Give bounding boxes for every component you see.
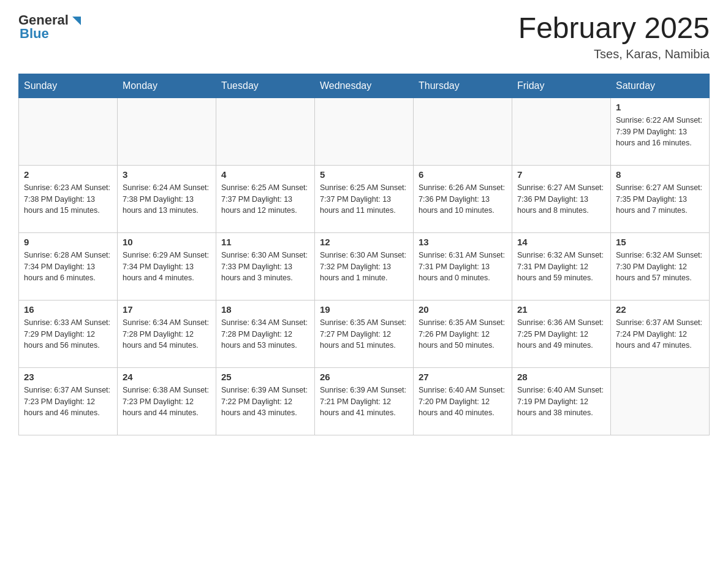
- day-info: Sunrise: 6:30 AM Sunset: 7:32 PM Dayligh…: [320, 250, 408, 284]
- day-number: 26: [320, 372, 408, 382]
- day-number: 17: [123, 304, 211, 315]
- logo-triangle-icon: [70, 14, 83, 28]
- calendar-cell: [216, 98, 315, 165]
- day-info: Sunrise: 6:37 AM Sunset: 7:23 PM Dayligh…: [24, 385, 112, 419]
- day-info: Sunrise: 6:40 AM Sunset: 7:19 PM Dayligh…: [517, 385, 605, 419]
- day-number: 16: [24, 304, 112, 315]
- calendar-cell: 10Sunrise: 6:29 AM Sunset: 7:34 PM Dayli…: [118, 232, 216, 300]
- day-info: Sunrise: 6:34 AM Sunset: 7:28 PM Dayligh…: [123, 317, 211, 351]
- location-subtitle: Tses, Karas, Namibia: [518, 47, 710, 61]
- day-number: 10: [123, 237, 211, 247]
- day-info: Sunrise: 6:38 AM Sunset: 7:23 PM Dayligh…: [123, 385, 211, 419]
- day-info: Sunrise: 6:32 AM Sunset: 7:30 PM Dayligh…: [616, 250, 704, 284]
- calendar-cell: 1Sunrise: 6:22 AM Sunset: 7:39 PM Daylig…: [611, 98, 710, 165]
- calendar-cell: 23Sunrise: 6:37 AM Sunset: 7:23 PM Dayli…: [19, 367, 118, 435]
- logo: General Blue: [18, 12, 83, 42]
- day-info: Sunrise: 6:32 AM Sunset: 7:31 PM Dayligh…: [517, 250, 605, 284]
- day-number: 21: [517, 304, 605, 315]
- day-number: 8: [616, 169, 704, 180]
- day-info: Sunrise: 6:23 AM Sunset: 7:38 PM Dayligh…: [24, 182, 112, 216]
- svg-marker-0: [72, 17, 81, 25]
- day-of-week-header: Monday: [118, 74, 216, 98]
- calendar-cell: 5Sunrise: 6:25 AM Sunset: 7:37 PM Daylig…: [315, 165, 414, 232]
- day-info: Sunrise: 6:27 AM Sunset: 7:36 PM Dayligh…: [517, 182, 605, 216]
- calendar-cell: 11Sunrise: 6:30 AM Sunset: 7:33 PM Dayli…: [216, 232, 315, 300]
- calendar-cell: 13Sunrise: 6:31 AM Sunset: 7:31 PM Dayli…: [414, 232, 512, 300]
- calendar-cell: 7Sunrise: 6:27 AM Sunset: 7:36 PM Daylig…: [512, 165, 611, 232]
- calendar-cell: 17Sunrise: 6:34 AM Sunset: 7:28 PM Dayli…: [118, 300, 216, 367]
- day-number: 14: [517, 237, 605, 247]
- calendar-cell: 22Sunrise: 6:37 AM Sunset: 7:24 PM Dayli…: [611, 300, 710, 367]
- calendar-cell: 3Sunrise: 6:24 AM Sunset: 7:38 PM Daylig…: [118, 165, 216, 232]
- day-info: Sunrise: 6:28 AM Sunset: 7:34 PM Dayligh…: [24, 250, 112, 284]
- page-header: General Blue February 2025 Tses, Karas, …: [18, 12, 710, 61]
- logo-blue-text: Blue: [20, 26, 49, 42]
- day-number: 24: [123, 372, 211, 382]
- day-number: 12: [320, 237, 408, 247]
- week-row: 23Sunrise: 6:37 AM Sunset: 7:23 PM Dayli…: [19, 367, 710, 435]
- calendar-header-row: SundayMondayTuesdayWednesdayThursdayFrid…: [19, 74, 710, 98]
- day-info: Sunrise: 6:31 AM Sunset: 7:31 PM Dayligh…: [419, 250, 507, 284]
- calendar-cell: 27Sunrise: 6:40 AM Sunset: 7:20 PM Dayli…: [414, 367, 512, 435]
- calendar-cell: 19Sunrise: 6:35 AM Sunset: 7:27 PM Dayli…: [315, 300, 414, 367]
- calendar-cell: 20Sunrise: 6:35 AM Sunset: 7:26 PM Dayli…: [414, 300, 512, 367]
- day-info: Sunrise: 6:24 AM Sunset: 7:38 PM Dayligh…: [123, 182, 211, 216]
- day-info: Sunrise: 6:36 AM Sunset: 7:25 PM Dayligh…: [517, 317, 605, 351]
- day-info: Sunrise: 6:30 AM Sunset: 7:33 PM Dayligh…: [221, 250, 309, 284]
- day-of-week-header: Wednesday: [315, 74, 414, 98]
- day-number: 19: [320, 304, 408, 315]
- month-title: February 2025: [518, 12, 710, 45]
- day-number: 7: [517, 169, 605, 180]
- day-info: Sunrise: 6:35 AM Sunset: 7:27 PM Dayligh…: [320, 317, 408, 351]
- day-of-week-header: Friday: [512, 74, 611, 98]
- calendar-cell: 26Sunrise: 6:39 AM Sunset: 7:21 PM Dayli…: [315, 367, 414, 435]
- title-block: February 2025 Tses, Karas, Namibia: [518, 12, 710, 61]
- day-of-week-header: Saturday: [611, 74, 710, 98]
- calendar-cell: 18Sunrise: 6:34 AM Sunset: 7:28 PM Dayli…: [216, 300, 315, 367]
- calendar-cell: 21Sunrise: 6:36 AM Sunset: 7:25 PM Dayli…: [512, 300, 611, 367]
- day-info: Sunrise: 6:26 AM Sunset: 7:36 PM Dayligh…: [419, 182, 507, 216]
- day-of-week-header: Tuesday: [216, 74, 315, 98]
- calendar-cell: 9Sunrise: 6:28 AM Sunset: 7:34 PM Daylig…: [19, 232, 118, 300]
- day-number: 15: [616, 237, 704, 247]
- day-info: Sunrise: 6:29 AM Sunset: 7:34 PM Dayligh…: [123, 250, 211, 284]
- day-info: Sunrise: 6:37 AM Sunset: 7:24 PM Dayligh…: [616, 317, 704, 351]
- day-of-week-header: Thursday: [414, 74, 512, 98]
- calendar-cell: [19, 98, 118, 165]
- day-number: 28: [517, 372, 605, 382]
- day-info: Sunrise: 6:27 AM Sunset: 7:35 PM Dayligh…: [616, 182, 704, 216]
- week-row: 9Sunrise: 6:28 AM Sunset: 7:34 PM Daylig…: [19, 232, 710, 300]
- day-number: 2: [24, 169, 112, 180]
- day-info: Sunrise: 6:39 AM Sunset: 7:21 PM Dayligh…: [320, 385, 408, 419]
- calendar-cell: 2Sunrise: 6:23 AM Sunset: 7:38 PM Daylig…: [19, 165, 118, 232]
- week-row: 1Sunrise: 6:22 AM Sunset: 7:39 PM Daylig…: [19, 98, 710, 165]
- day-info: Sunrise: 6:25 AM Sunset: 7:37 PM Dayligh…: [221, 182, 309, 216]
- day-number: 18: [221, 304, 309, 315]
- day-number: 20: [419, 304, 507, 315]
- week-row: 2Sunrise: 6:23 AM Sunset: 7:38 PM Daylig…: [19, 165, 710, 232]
- day-info: Sunrise: 6:35 AM Sunset: 7:26 PM Dayligh…: [419, 317, 507, 351]
- day-number: 1: [616, 102, 704, 112]
- calendar-cell: 14Sunrise: 6:32 AM Sunset: 7:31 PM Dayli…: [512, 232, 611, 300]
- day-of-week-header: Sunday: [19, 74, 118, 98]
- calendar-cell: 24Sunrise: 6:38 AM Sunset: 7:23 PM Dayli…: [118, 367, 216, 435]
- calendar-cell: [315, 98, 414, 165]
- day-info: Sunrise: 6:25 AM Sunset: 7:37 PM Dayligh…: [320, 182, 408, 216]
- calendar-cell: 25Sunrise: 6:39 AM Sunset: 7:22 PM Dayli…: [216, 367, 315, 435]
- calendar-table: SundayMondayTuesdayWednesdayThursdayFrid…: [18, 74, 710, 435]
- day-info: Sunrise: 6:22 AM Sunset: 7:39 PM Dayligh…: [616, 115, 704, 149]
- day-number: 23: [24, 372, 112, 382]
- calendar-cell: 15Sunrise: 6:32 AM Sunset: 7:30 PM Dayli…: [611, 232, 710, 300]
- calendar-cell: [414, 98, 512, 165]
- calendar-cell: [611, 367, 710, 435]
- day-number: 13: [419, 237, 507, 247]
- calendar-cell: 4Sunrise: 6:25 AM Sunset: 7:37 PM Daylig…: [216, 165, 315, 232]
- day-number: 6: [419, 169, 507, 180]
- week-row: 16Sunrise: 6:33 AM Sunset: 7:29 PM Dayli…: [19, 300, 710, 367]
- day-info: Sunrise: 6:34 AM Sunset: 7:28 PM Dayligh…: [221, 317, 309, 351]
- calendar-cell: 16Sunrise: 6:33 AM Sunset: 7:29 PM Dayli…: [19, 300, 118, 367]
- calendar-cell: [512, 98, 611, 165]
- day-number: 25: [221, 372, 309, 382]
- day-info: Sunrise: 6:33 AM Sunset: 7:29 PM Dayligh…: [24, 317, 112, 351]
- day-number: 4: [221, 169, 309, 180]
